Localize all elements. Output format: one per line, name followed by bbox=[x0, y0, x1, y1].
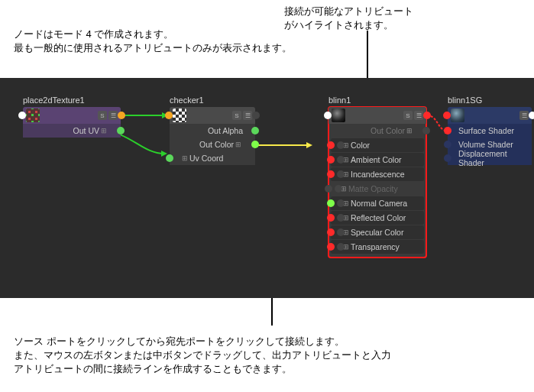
port[interactable] bbox=[327, 243, 335, 251]
port-out-alpha[interactable] bbox=[251, 127, 259, 134]
expand-icon[interactable]: ⊞ bbox=[101, 127, 107, 134]
attr-specular[interactable]: ⊞ Specular Color bbox=[331, 225, 424, 239]
annotation-top-right: 接続が可能なアトリビュート がハイライトされます。 bbox=[284, 5, 413, 32]
attr-out-uv[interactable]: Out UV ⊞ bbox=[23, 124, 121, 138]
attr-label: Color bbox=[351, 141, 370, 150]
chip-menu[interactable]: ☰ bbox=[414, 111, 423, 120]
port[interactable] bbox=[444, 141, 451, 148]
port-in[interactable] bbox=[18, 112, 26, 119]
node-rows: Out Alpha Out Color ⊞ ⊞ Uv Coord bbox=[170, 124, 255, 165]
port[interactable] bbox=[337, 199, 345, 207]
port-out[interactable] bbox=[529, 112, 534, 119]
attr-label: Incandescence bbox=[351, 170, 405, 179]
node-rows: Surface Shader Volume Shader Displacemen… bbox=[448, 124, 532, 165]
chip-s[interactable]: S bbox=[98, 111, 107, 120]
annotation-line: 接続が可能なアトリビュート bbox=[284, 5, 413, 18]
port-in[interactable] bbox=[443, 112, 451, 119]
node-header[interactable]: ☰ bbox=[448, 107, 532, 124]
attr-label: Out Color bbox=[199, 140, 234, 149]
port[interactable] bbox=[337, 243, 345, 251]
annotation-line: また、マウスの左ボタンまたは中ボタンでドラッグして、出力アトリビュートと入力 bbox=[14, 348, 518, 362]
attr-label: Displacement Shader bbox=[458, 149, 523, 167]
port[interactable] bbox=[327, 214, 335, 222]
chip-menu[interactable]: ☰ bbox=[108, 111, 118, 120]
attr-label: Out Alpha bbox=[208, 126, 243, 135]
port-in[interactable] bbox=[324, 112, 332, 119]
port-out-color[interactable] bbox=[251, 141, 259, 148]
svg-marker-2 bbox=[306, 142, 312, 148]
annotation-line: ソース ポートをクリックしてから宛先ポートをクリックして接続します。 bbox=[14, 335, 518, 348]
chip-s[interactable]: S bbox=[232, 111, 241, 120]
port[interactable] bbox=[327, 199, 335, 207]
port[interactable] bbox=[337, 170, 345, 178]
attr-label: Surface Shader bbox=[458, 126, 514, 135]
port-out[interactable] bbox=[252, 112, 260, 119]
node-title: place2dTexture1 bbox=[23, 96, 85, 105]
chip-menu[interactable]: ☰ bbox=[243, 111, 252, 120]
node-editor-canvas[interactable]: place2dTexture1 S ☰ Out UV ⊞ checker1 S bbox=[0, 78, 534, 298]
annotation-line: がハイライトされます。 bbox=[284, 18, 413, 32]
port[interactable] bbox=[337, 214, 345, 222]
attr-label: Transparency bbox=[351, 242, 400, 251]
expand-icon[interactable]: ⊞ bbox=[235, 141, 241, 148]
attr-label: Volume Shader bbox=[458, 140, 513, 149]
port[interactable] bbox=[327, 156, 335, 164]
node-title: blinn1SG bbox=[448, 96, 482, 105]
node-blinn1sg[interactable]: blinn1SG ☰ Surface Shader Volume Shader … bbox=[448, 107, 532, 165]
attr-label: Out Color bbox=[371, 126, 405, 135]
node-header[interactable]: S ☰ bbox=[328, 107, 426, 124]
chip-menu[interactable]: ☰ bbox=[519, 111, 529, 120]
node-header[interactable]: S ☰ bbox=[170, 107, 255, 124]
attr-label: Normal Camera bbox=[351, 199, 407, 208]
port[interactable] bbox=[327, 228, 335, 236]
attr-label: Uv Coord bbox=[189, 154, 223, 163]
annotation-line: ノードはモード 4 で作成されます。 bbox=[14, 28, 292, 41]
port[interactable] bbox=[337, 228, 345, 236]
port[interactable] bbox=[327, 170, 335, 178]
node-title: blinn1 bbox=[328, 96, 351, 105]
port-out-uv[interactable] bbox=[117, 127, 125, 134]
expand-icon[interactable]: ⊞ bbox=[406, 127, 413, 134]
attr-surface-shader[interactable]: Surface Shader bbox=[448, 124, 532, 138]
port-in[interactable] bbox=[165, 112, 173, 119]
port[interactable] bbox=[337, 141, 345, 149]
checker-icon bbox=[173, 109, 186, 122]
port[interactable] bbox=[337, 156, 345, 164]
annotation-line: アトリビュートの間に接続ラインを作成することもできます。 bbox=[14, 362, 518, 376]
port[interactable] bbox=[327, 141, 335, 149]
port[interactable] bbox=[444, 127, 451, 134]
attr-normal[interactable]: ⊞ Normal Camera bbox=[331, 196, 424, 210]
port[interactable] bbox=[422, 127, 430, 134]
attr-label: Ambient Color bbox=[351, 155, 402, 164]
attr-displacement-shader[interactable]: Displacement Shader bbox=[448, 151, 532, 165]
expand-icon[interactable]: ⊞ bbox=[182, 154, 188, 162]
attr-reflected[interactable]: ⊞ Reflected Color bbox=[331, 211, 424, 225]
attr-out-color[interactable]: Out Color ⊞ bbox=[170, 138, 255, 151]
attr-incand[interactable]: ⊞ Incandescence bbox=[331, 167, 424, 181]
node-title: checker1 bbox=[170, 96, 204, 105]
node-chips: S ☰ bbox=[232, 111, 252, 120]
attr-label: Specular Color bbox=[351, 228, 403, 237]
attr-matte[interactable]: ⊞ Matte Opacity bbox=[328, 182, 426, 196]
port-out[interactable] bbox=[423, 112, 431, 119]
attr-label: Reflected Color bbox=[351, 213, 406, 222]
port[interactable] bbox=[444, 154, 451, 162]
port-uv-coord[interactable] bbox=[166, 154, 173, 162]
port[interactable] bbox=[335, 185, 342, 193]
attr-transparency[interactable]: ⊞ Transparency bbox=[331, 240, 424, 254]
attr-out-alpha[interactable]: Out Alpha bbox=[170, 124, 255, 138]
attr-uv-coord[interactable]: ⊞ Uv Coord bbox=[170, 151, 255, 165]
node-checker1[interactable]: checker1 S ☰ Out Alpha Out Color ⊞ ⊞ bbox=[170, 107, 255, 165]
attr-ambient[interactable]: ⊞ Ambient Color bbox=[331, 153, 424, 167]
attr-out-color[interactable]: Out Color ⊞ bbox=[328, 124, 426, 138]
node-header[interactable]: S ☰ bbox=[23, 107, 121, 124]
annotation-top-left: ノードはモード 4 で作成されます。 最も一般的に使用されるアトリビュートのみが… bbox=[14, 28, 292, 55]
node-place2dtexture1[interactable]: place2dTexture1 S ☰ Out UV ⊞ bbox=[23, 107, 121, 138]
annotation-line: 最も一般的に使用されるアトリビュートのみが表示されます。 bbox=[14, 41, 292, 55]
node-blinn1[interactable]: blinn1 S ☰ Out Color ⊞ ⊞ Color bbox=[328, 107, 426, 258]
attr-color[interactable]: ⊞ Color bbox=[331, 138, 424, 152]
node-chips: S ☰ bbox=[403, 111, 423, 120]
port[interactable] bbox=[325, 185, 332, 193]
port-out[interactable] bbox=[118, 112, 125, 119]
chip-s[interactable]: S bbox=[403, 111, 413, 120]
